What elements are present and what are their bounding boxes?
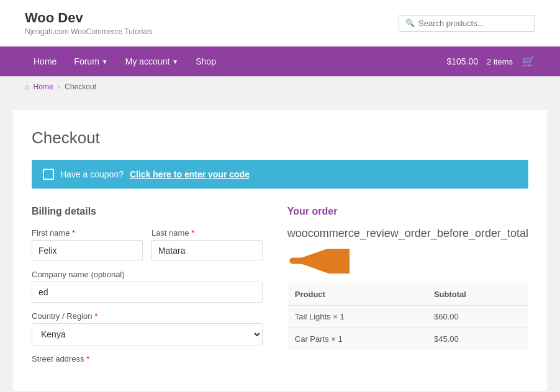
street-row: Street address * bbox=[32, 354, 263, 363]
order-table: Product Subtotal Tail Lights × 1 $60.00 … bbox=[287, 283, 528, 350]
cart-total: $105.00 bbox=[446, 56, 478, 66]
breadcrumb-separator: › bbox=[58, 82, 60, 91]
coupon-icon bbox=[43, 169, 54, 180]
order-table-head: Product Subtotal bbox=[287, 283, 528, 306]
name-row: First name * Last name * bbox=[32, 228, 263, 261]
col-subtotal: Subtotal bbox=[427, 283, 528, 306]
last-name-label: Last name * bbox=[151, 228, 263, 238]
site-header: Woo Dev Njengah.com WooCommerce Tutorial… bbox=[0, 0, 560, 47]
order-table-body: Tail Lights × 1 $60.00 Car Parts × 1 $45… bbox=[287, 306, 528, 350]
required-star-4: * bbox=[86, 354, 89, 363]
table-row: Car Parts × 1 $45.00 bbox=[287, 328, 528, 350]
order-title: Your order bbox=[287, 206, 528, 217]
search-box[interactable]: 🔍 bbox=[399, 15, 535, 32]
last-name-input[interactable] bbox=[151, 240, 263, 261]
breadcrumb: ⌂ Home › Checkout bbox=[0, 76, 560, 97]
first-name-field: First name * bbox=[32, 228, 143, 261]
product-1: Tail Lights × 1 bbox=[287, 306, 427, 328]
site-title: Woo Dev bbox=[25, 10, 153, 26]
nav-forum[interactable]: Forum ▼ bbox=[65, 47, 116, 76]
first-name-input[interactable] bbox=[32, 240, 143, 261]
coupon-text: Have a coupon? bbox=[60, 169, 124, 179]
cart-icon[interactable]: 🛒 bbox=[522, 55, 535, 68]
street-label: Street address * bbox=[32, 354, 263, 363]
nav-cart-area: $105.00 2 items 🛒 bbox=[446, 55, 535, 68]
required-star-2: * bbox=[191, 228, 194, 238]
forum-chevron-icon: ▼ bbox=[102, 58, 108, 65]
billing-section: Billing details First name * Last name *… bbox=[32, 206, 263, 372]
nav-my-account[interactable]: My account ▼ bbox=[117, 47, 187, 76]
first-name-label: First name * bbox=[32, 228, 143, 238]
last-name-field: Last name * bbox=[151, 228, 263, 261]
breadcrumb-current: Checkout bbox=[65, 82, 96, 91]
main-content: Checkout Have a coupon? Click here to en… bbox=[13, 110, 547, 391]
company-input[interactable] bbox=[32, 282, 263, 303]
arrow-wrap bbox=[287, 249, 528, 274]
subtotal-2: $45.00 bbox=[427, 328, 528, 350]
breadcrumb-home-link[interactable]: Home bbox=[34, 82, 53, 91]
required-star: * bbox=[72, 228, 75, 238]
billing-title: Billing details bbox=[32, 206, 263, 217]
page-title: Checkout bbox=[32, 128, 528, 148]
order-section: Your order woocommerce_review_order_befo… bbox=[287, 206, 528, 372]
coupon-link[interactable]: Click here to enter your code bbox=[130, 169, 250, 179]
search-icon: 🔍 bbox=[405, 19, 415, 27]
arrow-icon bbox=[287, 249, 350, 274]
main-nav: Home Forum ▼ My account ▼ Shop $105.00 2… bbox=[0, 47, 560, 76]
subtotal-1: $60.00 bbox=[427, 306, 528, 328]
col-product: Product bbox=[287, 283, 427, 306]
table-row: Tail Lights × 1 $60.00 bbox=[287, 306, 528, 328]
country-select[interactable]: Kenya bbox=[32, 323, 263, 345]
nav-shop[interactable]: Shop bbox=[187, 47, 225, 76]
country-label: Country / Region * bbox=[32, 311, 263, 321]
checkout-grid: Billing details First name * Last name *… bbox=[32, 206, 528, 372]
search-input[interactable] bbox=[418, 19, 528, 28]
coupon-banner: Have a coupon? Click here to enter your … bbox=[32, 160, 528, 189]
home-icon: ⌂ bbox=[25, 82, 29, 91]
order-table-header-row: Product Subtotal bbox=[287, 283, 528, 306]
company-row: Company name (optional) bbox=[32, 270, 263, 303]
cart-count: 2 items bbox=[487, 57, 513, 66]
company-label: Company name (optional) bbox=[32, 270, 263, 279]
country-row: Country / Region * Kenya bbox=[32, 311, 263, 345]
site-branding: Woo Dev Njengah.com WooCommerce Tutorial… bbox=[25, 10, 153, 36]
account-chevron-icon: ▼ bbox=[172, 58, 178, 65]
site-subtitle: Njengah.com WooCommerce Tutorials bbox=[25, 27, 153, 36]
hook-text: woocommerce_review_order_before_order_to… bbox=[287, 226, 528, 241]
nav-left: Home Forum ▼ My account ▼ Shop bbox=[25, 47, 225, 76]
required-star-3: * bbox=[94, 311, 97, 321]
nav-home[interactable]: Home bbox=[25, 47, 65, 76]
product-2: Car Parts × 1 bbox=[287, 328, 427, 350]
